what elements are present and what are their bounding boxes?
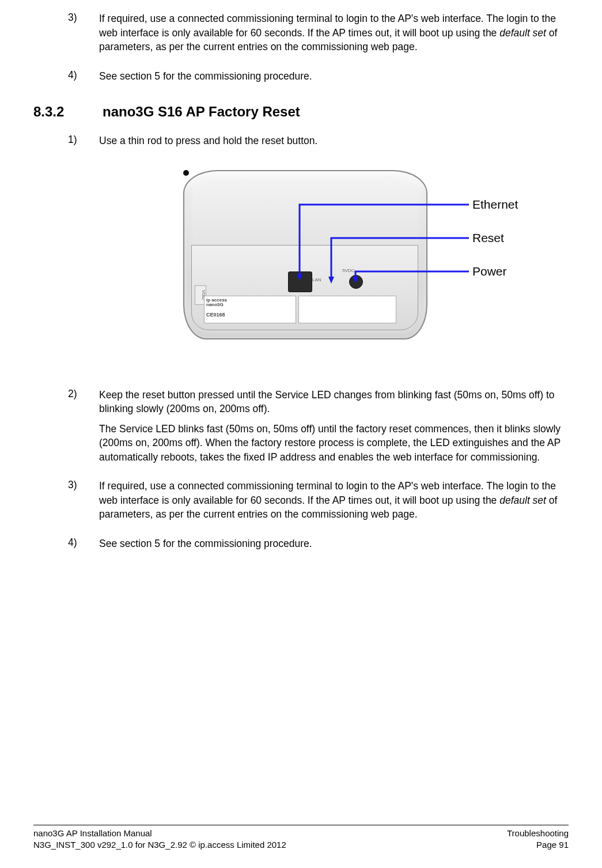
paragraph: The Service LED blinks fast (50ms on, 50… (99, 422, 569, 465)
paragraph: Use a thin rod to press and hold the res… (99, 134, 569, 148)
list-number: 2) (68, 388, 99, 470)
callout-reset: Reset (472, 231, 504, 245)
list-body: Keep the reset button pressed until the … (99, 388, 569, 470)
regulatory-sticker (298, 296, 396, 323)
paragraph: Keep the reset button pressed until the … (99, 388, 569, 416)
product-sticker: ip access nano3G CE0168 (204, 296, 296, 323)
paragraph: If required, use a connected commissioni… (99, 479, 569, 522)
callout-ethernet: Ethernet (472, 198, 518, 212)
list-item: 2)Keep the reset button pressed until th… (68, 388, 569, 470)
heading-8-3-2: 8.3.2 nano3G S16 AP Factory Reset (33, 104, 569, 120)
power-label: 5VDC (342, 268, 354, 273)
document-page: 3)If required, use a connected commissio… (0, 0, 602, 868)
paragraph: See section 5 for the commissioning proc… (99, 537, 569, 551)
paragraph: See section 5 for the commissioning proc… (99, 69, 569, 84)
list-number: 4) (68, 537, 99, 557)
reset-button-icon (183, 170, 189, 176)
list-body: Use a thin rod to press and hold the res… (99, 134, 569, 154)
device-illustration: VOID LAN 5VDC ip access nano3G CE0168 (183, 170, 425, 337)
list-number: 3) (68, 12, 99, 60)
list-number: 1) (68, 134, 99, 154)
section-steps-before-figure: 1)Use a thin rod to press and hold the r… (33, 134, 569, 154)
paragraph: If required, use a connected commissioni… (99, 12, 569, 54)
list-item: 4)See section 5 for the commissioning pr… (68, 537, 569, 557)
list-item: 3)If required, use a connected commissio… (68, 12, 569, 60)
device-figure: VOID LAN 5VDC ip access nano3G CE0168 Et (33, 164, 569, 366)
heading-number: 8.3.2 (16, 104, 103, 120)
list-number: 3) (68, 479, 99, 527)
power-port-icon (349, 275, 363, 289)
list-item: 1)Use a thin rod to press and hold the r… (68, 134, 569, 154)
list-item: 3)If required, use a connected commissio… (68, 479, 569, 527)
section-continuation: 3)If required, use a connected commissio… (33, 12, 569, 89)
callout-power: Power (472, 265, 507, 278)
heading-title: nano3G S16 AP Factory Reset (103, 104, 300, 120)
lan-label: LAN (312, 277, 321, 282)
footer-left-1: nano3G AP Installation Manual (33, 828, 152, 839)
ethernet-port-icon (288, 271, 312, 292)
list-body: See section 5 for the commissioning proc… (99, 69, 569, 89)
page-footer: nano3G AP Installation Manual Troublesho… (33, 825, 569, 851)
list-number: 4) (68, 69, 99, 89)
list-item: 4)See section 5 for the commissioning pr… (68, 69, 569, 89)
footer-right-1: Troubleshooting (507, 828, 569, 839)
footer-left-2: N3G_INST_300 v292_1.0 for N3G_2.92 © ip.… (33, 839, 286, 851)
list-body: If required, use a connected commissioni… (99, 479, 569, 527)
list-body: If required, use a connected commissioni… (99, 12, 569, 60)
list-body: See section 5 for the commissioning proc… (99, 537, 569, 557)
section-steps-after-figure: 2)Keep the reset button pressed until th… (33, 388, 569, 557)
footer-right-2: Page 91 (536, 839, 569, 851)
